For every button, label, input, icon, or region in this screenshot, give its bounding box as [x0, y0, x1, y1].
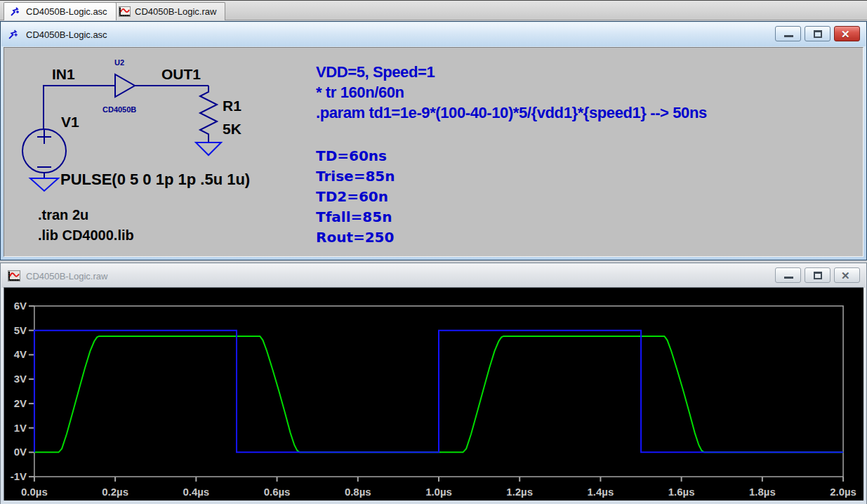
minimize-button[interactable]	[775, 267, 801, 283]
tab-raw-file[interactable]: CD4050B-Logic.raw	[112, 2, 225, 20]
param-rout[interactable]: Rout=250	[316, 229, 394, 246]
x-tick-label: 0.4µs	[183, 486, 209, 498]
x-tick-label: 1.8µs	[749, 486, 776, 498]
ground-symbol-v1[interactable]	[30, 178, 58, 191]
waveform-window: CD4050B-Logic.raw ✕ V(out1) V(in1) 6V5V4…	[0, 263, 867, 504]
x-tick-label: 0.0µs	[21, 486, 48, 498]
schematic-canvas[interactable]: IN1 U2 OUT1 CD4050B V1 R1 5K PULSE(0 5 0…	[4, 47, 863, 257]
minimize-icon	[784, 277, 793, 279]
param-tfall[interactable]: Tfall=85n	[316, 208, 392, 225]
schematic-window: CD4050B-Logic.asc ✕ IN1 U2	[0, 21, 867, 260]
waveform-plot-area[interactable]: V(out1) V(in1) 6V5V4V3V2V1V0V-1V0.0µs0.2…	[4, 287, 863, 500]
net-label-in1[interactable]: IN1	[52, 66, 75, 83]
resistor-value[interactable]: 5K	[223, 121, 241, 138]
note-param[interactable]: .param td1=1e-9*(100-40-10)*5/{vdd1}*{sp…	[316, 104, 707, 122]
x-tick-label: 1.4µs	[588, 486, 614, 498]
maximize-icon	[814, 30, 822, 38]
x-tick-label: 2.0µs	[830, 486, 856, 498]
minimize-icon	[784, 35, 793, 37]
x-tick-label: 0.2µs	[102, 486, 128, 498]
buffer-symbol[interactable]	[115, 74, 135, 97]
resistor-ref[interactable]: R1	[223, 98, 241, 114]
resistor-symbol[interactable]	[200, 86, 217, 142]
schematic-icon	[8, 29, 20, 40]
window-title: CD4050B-Logic.raw	[26, 271, 107, 281]
y-tick-label: 1V	[14, 422, 27, 434]
note-tr[interactable]: * tr 160n/60n	[316, 84, 404, 102]
y-tick-label: 5V	[14, 324, 27, 336]
x-tick-label: 1.6µs	[668, 486, 695, 498]
minimize-button[interactable]	[775, 26, 801, 41]
tab-schematic-file[interactable]: CD4050B-Logic.asc	[4, 2, 117, 20]
maximize-button[interactable]	[805, 267, 830, 283]
buffer-part[interactable]: CD4050B	[102, 105, 136, 114]
window-title: CD4050B-Logic.asc	[26, 29, 107, 40]
y-tick-label: 2V	[14, 397, 27, 409]
waveform-titlebar[interactable]: CD4050B-Logic.raw	[1, 264, 866, 288]
y-tick-label: -1V	[11, 470, 27, 482]
buffer-ref[interactable]: U2	[114, 58, 124, 67]
ground-symbol-r1[interactable]	[196, 142, 221, 155]
tab-label: CD4050B-Logic.raw	[135, 6, 216, 17]
net-label-out1[interactable]: OUT1	[161, 66, 201, 83]
param-td[interactable]: TD=60ns	[316, 147, 387, 164]
document-tab-bar: CD4050B-Logic.asc CD4050B-Logic.raw	[0, 0, 867, 20]
close-button[interactable]: ✕	[834, 267, 860, 283]
param-td2[interactable]: TD2=60n	[316, 188, 388, 205]
param-trise[interactable]: Trise=85n	[316, 168, 395, 185]
plus-icon	[37, 130, 51, 144]
source-ref[interactable]: V1	[61, 114, 79, 131]
directive-tran[interactable]: .tran 2u	[38, 207, 88, 223]
trace-V(in1)[interactable]	[34, 331, 843, 453]
close-icon: ✕	[841, 29, 850, 39]
y-tick-label: 0V	[14, 446, 27, 458]
tab-label: CD4050B-Logic.asc	[26, 6, 107, 17]
maximize-button[interactable]	[805, 26, 830, 41]
close-button[interactable]: ✕	[834, 26, 860, 41]
maximize-icon	[814, 272, 822, 279]
y-tick-label: 3V	[14, 373, 27, 385]
x-tick-label: 0.6µs	[264, 486, 291, 498]
waveform-icon	[8, 270, 20, 281]
waveform-chart[interactable]: 6V5V4V3V2V1V0V-1V0.0µs0.2µs0.4µs0.6µs0.8…	[4, 288, 863, 500]
note-vdd[interactable]: VDD=5, Speed=1	[316, 63, 435, 81]
close-icon: ✕	[841, 270, 850, 281]
schematic-titlebar[interactable]: CD4050B-Logic.asc	[1, 22, 866, 46]
x-tick-label: 0.8µs	[345, 486, 371, 498]
schematic-icon	[10, 6, 22, 17]
source-value[interactable]: PULSE(0 5 0 1p 1p .5u 1u)	[60, 171, 250, 189]
y-tick-label: 4V	[14, 348, 27, 360]
x-tick-label: 1.0µs	[425, 486, 452, 498]
x-tick-label: 1.2µs	[506, 486, 533, 498]
y-tick-label: 6V	[14, 300, 27, 312]
directive-lib[interactable]: .lib CD4000.lib	[38, 227, 134, 244]
ltspice-app: CD4050B-Logic.asc CD4050B-Logic.raw CD40…	[0, 0, 867, 504]
waveform-icon	[119, 6, 131, 17]
